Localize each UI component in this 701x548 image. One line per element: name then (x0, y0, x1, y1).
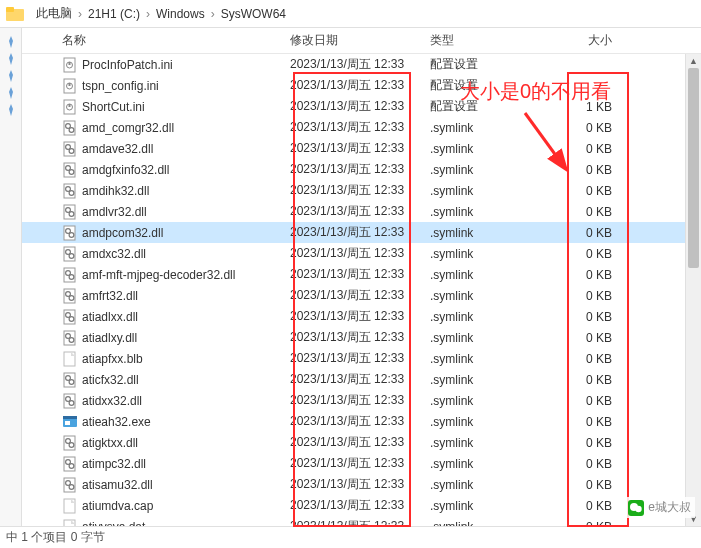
file-row[interactable]: amdave32.dll2023/1/13/周五 12:33.symlink0 … (22, 138, 701, 159)
breadcrumb[interactable]: 此电脑 › 21H1 (C:) › Windows › SysWOW64 (0, 0, 701, 28)
file-size: 0 KB (540, 205, 630, 219)
file-size: 0 KB (540, 142, 630, 156)
svg-rect-63 (64, 499, 75, 513)
file-size: 0 KB (540, 289, 630, 303)
file-type: .symlink (430, 457, 540, 471)
pin-icon[interactable] (4, 86, 18, 100)
file-date: 2023/1/13/周五 12:33 (290, 497, 430, 514)
file-name: amdlvr32.dll (82, 205, 147, 219)
file-size: 0 KB (540, 226, 630, 240)
file-row[interactable]: atieah32.exe2023/1/13/周五 12:33.symlink0 … (22, 411, 701, 432)
file-name: atidxx32.dll (82, 394, 142, 408)
pin-icon[interactable] (4, 103, 18, 117)
breadcrumb-item[interactable]: 21H1 (C:) (84, 7, 144, 21)
file-type: .symlink (430, 331, 540, 345)
file-size: 0 KB (540, 478, 630, 492)
svg-rect-7 (69, 83, 71, 86)
file-size: 0 KB (540, 457, 630, 471)
scrollbar-thumb[interactable] (688, 68, 699, 268)
file-type-icon (62, 57, 78, 73)
breadcrumb-item[interactable]: SysWOW64 (217, 7, 290, 21)
file-type-icon (62, 204, 78, 220)
file-row[interactable]: atigktxx.dll2023/1/13/周五 12:33.symlink0 … (22, 432, 701, 453)
file-row[interactable]: atiapfxx.blb2023/1/13/周五 12:33.symlink0 … (22, 348, 701, 369)
file-size: 0 KB (540, 310, 630, 324)
file-date: 2023/1/13/周五 12:33 (290, 119, 430, 136)
file-size: 0 KB (540, 247, 630, 261)
file-row[interactable]: amd_comgr32.dll2023/1/13/周五 12:33.symlin… (22, 117, 701, 138)
file-type: .symlink (430, 142, 540, 156)
pin-icon[interactable] (4, 35, 18, 49)
column-header-size[interactable]: 大小 (540, 32, 630, 49)
file-date: 2023/1/13/周五 12:33 (290, 308, 430, 325)
pin-icon[interactable] (4, 69, 18, 83)
file-size: 0 KB (540, 331, 630, 345)
status-bar: 中 1 个项目 0 字节 (0, 526, 701, 548)
file-type: 配置设置 (430, 56, 540, 73)
file-size: 0 KB (540, 499, 630, 513)
file-type: .symlink (430, 205, 540, 219)
file-row[interactable]: aticfx32.dll2023/1/13/周五 12:33.symlink0 … (22, 369, 701, 390)
file-type: .symlink (430, 247, 540, 261)
file-type: .symlink (430, 478, 540, 492)
file-date: 2023/1/13/周五 12:33 (290, 329, 430, 346)
breadcrumb-item[interactable]: 此电脑 (32, 5, 76, 22)
column-header-type[interactable]: 类型 (430, 32, 540, 49)
file-type-icon (62, 435, 78, 451)
file-row[interactable]: amfrt32.dll2023/1/13/周五 12:33.symlink0 K… (22, 285, 701, 306)
file-row[interactable]: amdpcom32.dll2023/1/13/周五 12:33.symlink0… (22, 222, 701, 243)
file-size: 0 KB (540, 121, 630, 135)
file-name: atieah32.exe (82, 415, 151, 429)
file-row[interactable]: amdihk32.dll2023/1/13/周五 12:33.symlink0 … (22, 180, 701, 201)
file-name: ShortCut.ini (82, 100, 145, 114)
file-row[interactable]: atiadlxy.dll2023/1/13/周五 12:33.symlink0 … (22, 327, 701, 348)
pin-icon[interactable] (4, 52, 18, 66)
file-date: 2023/1/13/周五 12:33 (290, 98, 430, 115)
file-date: 2023/1/13/周五 12:33 (290, 392, 430, 409)
vertical-scrollbar[interactable]: ▲ ▼ (685, 54, 701, 526)
file-row[interactable]: ativvsva.dat2023/1/13/周五 12:33.symlink0 … (22, 516, 701, 526)
file-name: amd_comgr32.dll (82, 121, 174, 135)
file-type-icon (62, 99, 78, 115)
file-name: atiadlxy.dll (82, 331, 137, 345)
watermark-text: e城大叔 (648, 499, 691, 516)
file-type: .symlink (430, 268, 540, 282)
file-size: 0 KB (540, 184, 630, 198)
file-row[interactable]: amf-mft-mjpeg-decoder32.dll2023/1/13/周五 … (22, 264, 701, 285)
file-row[interactable]: atimpc32.dll2023/1/13/周五 12:33.symlink0 … (22, 453, 701, 474)
column-header-name[interactable]: 名称 (60, 32, 290, 49)
chevron-right-icon: › (76, 7, 84, 21)
file-date: 2023/1/13/周五 12:33 (290, 476, 430, 493)
file-row[interactable]: atiumdva.cap2023/1/13/周五 12:33.symlink0 … (22, 495, 701, 516)
file-row[interactable]: ShortCut.ini2023/1/13/周五 12:33配置设置1 KB (22, 96, 701, 117)
file-name: amfrt32.dll (82, 289, 138, 303)
watermark: e城大叔 (624, 497, 695, 518)
file-row[interactable]: amdxc32.dll2023/1/13/周五 12:33.symlink0 K… (22, 243, 701, 264)
file-row[interactable]: tspn_config.ini2023/1/13/周五 12:33配置设置 (22, 75, 701, 96)
file-name: aticfx32.dll (82, 373, 139, 387)
file-row[interactable]: atisamu32.dll2023/1/13/周五 12:33.symlink0… (22, 474, 701, 495)
file-type: .symlink (430, 121, 540, 135)
column-header-date[interactable]: 修改日期 (290, 32, 430, 49)
file-row[interactable]: atiadlxx.dll2023/1/13/周五 12:33.symlink0 … (22, 306, 701, 327)
file-row[interactable]: atidxx32.dll2023/1/13/周五 12:33.symlink0 … (22, 390, 701, 411)
column-headers: 名称 修改日期 类型 大小 (22, 28, 701, 54)
file-type-icon (62, 246, 78, 262)
file-name: atimpc32.dll (82, 457, 146, 471)
scroll-up-icon[interactable]: ▲ (686, 54, 701, 68)
file-size: 1 KB (540, 100, 630, 114)
folder-icon (6, 6, 24, 22)
file-type: 配置设置 (430, 77, 540, 94)
file-type: .symlink (430, 226, 540, 240)
file-row[interactable]: ProcInfoPatch.ini2023/1/13/周五 12:33配置设置 (22, 54, 701, 75)
file-row[interactable]: amdlvr32.dll2023/1/13/周五 12:33.symlink0 … (22, 201, 701, 222)
file-size: 0 KB (540, 352, 630, 366)
breadcrumb-item[interactable]: Windows (152, 7, 209, 21)
file-row[interactable]: amdgfxinfo32.dll2023/1/13/周五 12:33.symli… (22, 159, 701, 180)
file-type: .symlink (430, 499, 540, 513)
file-name: amdgfxinfo32.dll (82, 163, 169, 177)
file-type-icon (62, 78, 78, 94)
file-name: atiapfxx.blb (82, 352, 143, 366)
file-type-icon (62, 330, 78, 346)
file-type: .symlink (430, 394, 540, 408)
